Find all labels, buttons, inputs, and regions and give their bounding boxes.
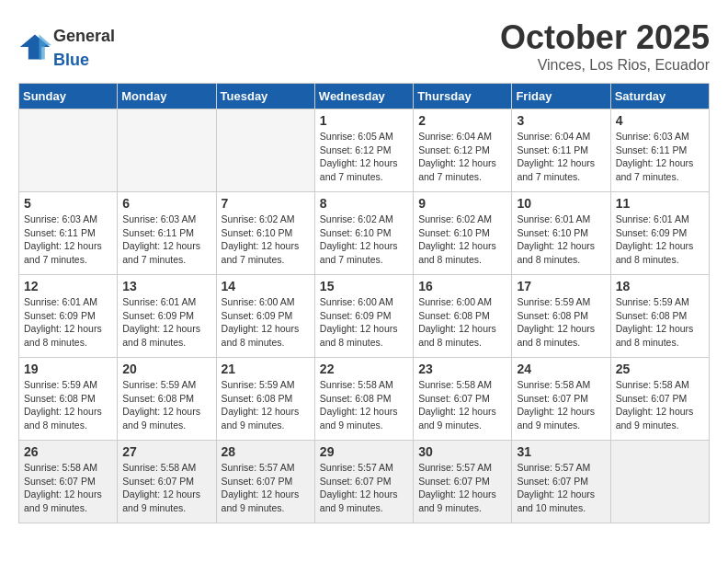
calendar-day: 16Sunrise: 6:00 AM Sunset: 6:08 PM Dayli…	[414, 275, 512, 358]
day-number: 6	[122, 196, 210, 211]
day-info: Sunrise: 5:58 AM Sunset: 6:07 PM Dayligh…	[517, 378, 605, 432]
calendar-day: 27Sunrise: 5:58 AM Sunset: 6:07 PM Dayli…	[118, 441, 216, 523]
logo-blue: Blue	[53, 51, 89, 69]
weekday-header: Friday	[512, 84, 610, 109]
weekday-header: Saturday	[610, 84, 709, 109]
calendar-day: 23Sunrise: 5:58 AM Sunset: 6:07 PM Dayli…	[414, 358, 512, 441]
day-number: 22	[320, 362, 408, 376]
calendar-day: 13Sunrise: 6:01 AM Sunset: 6:09 PM Dayli…	[118, 275, 216, 358]
day-number: 28	[222, 444, 310, 459]
calendar-day: 29Sunrise: 5:57 AM Sunset: 6:07 PM Dayli…	[314, 441, 413, 523]
day-number: 23	[418, 362, 506, 376]
day-info: Sunrise: 5:59 AM Sunset: 6:08 PM Dayligh…	[222, 378, 310, 432]
day-info: Sunrise: 5:57 AM Sunset: 6:07 PM Dayligh…	[222, 461, 310, 515]
day-info: Sunrise: 5:59 AM Sunset: 6:08 PM Dayligh…	[122, 378, 210, 432]
day-number: 24	[517, 362, 605, 376]
weekday-header: Tuesday	[216, 84, 314, 109]
day-info: Sunrise: 6:03 AM Sunset: 6:11 PM Dayligh…	[122, 213, 210, 267]
day-number: 10	[517, 196, 605, 211]
calendar-day: 15Sunrise: 6:00 AM Sunset: 6:09 PM Dayli…	[314, 275, 413, 358]
day-info: Sunrise: 6:01 AM Sunset: 6:10 PM Dayligh…	[517, 213, 605, 267]
day-number: 8	[320, 196, 408, 211]
day-info: Sunrise: 5:59 AM Sunset: 6:08 PM Dayligh…	[24, 378, 112, 432]
day-info: Sunrise: 5:58 AM Sunset: 6:07 PM Dayligh…	[418, 378, 506, 432]
day-info: Sunrise: 6:00 AM Sunset: 6:08 PM Dayligh…	[418, 295, 506, 350]
day-info: Sunrise: 5:57 AM Sunset: 6:07 PM Dayligh…	[418, 461, 506, 515]
day-number: 16	[418, 279, 506, 293]
calendar-day: 5Sunrise: 6:03 AM Sunset: 6:11 PM Daylig…	[19, 192, 118, 275]
day-number: 29	[320, 444, 408, 459]
location: Vinces, Los Rios, Ecuador	[500, 57, 710, 74]
calendar-day: 8Sunrise: 6:02 AM Sunset: 6:10 PM Daylig…	[314, 192, 413, 275]
calendar-day: 25Sunrise: 5:58 AM Sunset: 6:07 PM Dayli…	[610, 358, 709, 441]
page-header: General Blue October 2025 Vinces, Los Ri…	[18, 18, 710, 74]
calendar-day: 30Sunrise: 5:57 AM Sunset: 6:07 PM Dayli…	[414, 441, 512, 523]
day-info: Sunrise: 6:01 AM Sunset: 6:09 PM Dayligh…	[122, 295, 210, 350]
calendar-day: 3Sunrise: 6:04 AM Sunset: 6:11 PM Daylig…	[512, 109, 610, 192]
day-info: Sunrise: 6:03 AM Sunset: 6:11 PM Dayligh…	[24, 213, 112, 267]
day-number: 26	[24, 444, 112, 459]
calendar-day: 21Sunrise: 5:59 AM Sunset: 6:08 PM Dayli…	[216, 358, 314, 441]
day-number: 12	[24, 279, 112, 293]
calendar-day: 14Sunrise: 6:00 AM Sunset: 6:09 PM Dayli…	[216, 275, 314, 358]
calendar-day: 24Sunrise: 5:58 AM Sunset: 6:07 PM Dayli…	[512, 358, 610, 441]
calendar-day	[610, 441, 709, 523]
day-number: 20	[122, 362, 210, 376]
calendar-day	[19, 109, 118, 192]
day-number: 30	[418, 444, 506, 459]
weekday-header: Wednesday	[314, 84, 413, 109]
day-info: Sunrise: 6:00 AM Sunset: 6:09 PM Dayligh…	[222, 295, 310, 350]
calendar-day: 12Sunrise: 6:01 AM Sunset: 6:09 PM Dayli…	[19, 275, 118, 358]
calendar-day	[118, 109, 216, 192]
day-info: Sunrise: 6:00 AM Sunset: 6:09 PM Dayligh…	[320, 295, 408, 350]
day-info: Sunrise: 6:04 AM Sunset: 6:11 PM Dayligh…	[517, 130, 605, 184]
calendar-day: 17Sunrise: 5:59 AM Sunset: 6:08 PM Dayli…	[512, 275, 610, 358]
day-number: 17	[517, 279, 605, 293]
calendar-day: 18Sunrise: 5:59 AM Sunset: 6:08 PM Dayli…	[610, 275, 709, 358]
logo: General Blue	[18, 23, 115, 71]
day-number: 27	[122, 444, 210, 459]
week-row: 5Sunrise: 6:03 AM Sunset: 6:11 PM Daylig…	[19, 192, 710, 275]
calendar-day: 11Sunrise: 6:01 AM Sunset: 6:09 PM Dayli…	[610, 192, 709, 275]
day-number: 4	[616, 113, 704, 128]
day-info: Sunrise: 6:03 AM Sunset: 6:11 PM Dayligh…	[616, 130, 704, 184]
calendar-day: 20Sunrise: 5:59 AM Sunset: 6:08 PM Dayli…	[118, 358, 216, 441]
logo-icon	[18, 30, 51, 63]
day-info: Sunrise: 6:02 AM Sunset: 6:10 PM Dayligh…	[418, 213, 506, 267]
day-number: 15	[320, 279, 408, 293]
day-info: Sunrise: 6:04 AM Sunset: 6:12 PM Dayligh…	[418, 130, 506, 184]
day-info: Sunrise: 6:01 AM Sunset: 6:09 PM Dayligh…	[24, 295, 112, 350]
weekday-header: Monday	[118, 84, 216, 109]
calendar-day: 1Sunrise: 6:05 AM Sunset: 6:12 PM Daylig…	[314, 109, 413, 192]
calendar-day: 9Sunrise: 6:02 AM Sunset: 6:10 PM Daylig…	[414, 192, 512, 275]
day-number: 3	[517, 113, 605, 128]
day-info: Sunrise: 5:58 AM Sunset: 6:07 PM Dayligh…	[616, 378, 704, 432]
day-number: 9	[418, 196, 506, 211]
day-number: 21	[222, 362, 310, 376]
day-number: 25	[616, 362, 704, 376]
calendar-day: 10Sunrise: 6:01 AM Sunset: 6:10 PM Dayli…	[512, 192, 610, 275]
calendar-day: 4Sunrise: 6:03 AM Sunset: 6:11 PM Daylig…	[610, 109, 709, 192]
day-info: Sunrise: 5:58 AM Sunset: 6:07 PM Dayligh…	[122, 461, 210, 515]
day-info: Sunrise: 5:58 AM Sunset: 6:07 PM Dayligh…	[24, 461, 112, 515]
calendar-day	[216, 109, 314, 192]
day-number: 5	[24, 196, 112, 211]
week-row: 12Sunrise: 6:01 AM Sunset: 6:09 PM Dayli…	[19, 275, 710, 358]
month-title: October 2025	[500, 18, 710, 57]
calendar-day: 19Sunrise: 5:59 AM Sunset: 6:08 PM Dayli…	[19, 358, 118, 441]
day-number: 13	[122, 279, 210, 293]
title-area: October 2025 Vinces, Los Rios, Ecuador	[500, 18, 710, 74]
day-info: Sunrise: 6:02 AM Sunset: 6:10 PM Dayligh…	[320, 213, 408, 267]
weekday-header: Thursday	[414, 84, 512, 109]
day-info: Sunrise: 6:02 AM Sunset: 6:10 PM Dayligh…	[222, 213, 310, 267]
logo-general: General	[53, 27, 115, 45]
calendar-day: 28Sunrise: 5:57 AM Sunset: 6:07 PM Dayli…	[216, 441, 314, 523]
day-info: Sunrise: 5:59 AM Sunset: 6:08 PM Dayligh…	[517, 295, 605, 350]
day-number: 31	[517, 444, 605, 459]
day-info: Sunrise: 5:58 AM Sunset: 6:08 PM Dayligh…	[320, 378, 408, 432]
day-info: Sunrise: 6:05 AM Sunset: 6:12 PM Dayligh…	[320, 130, 408, 184]
week-row: 26Sunrise: 5:58 AM Sunset: 6:07 PM Dayli…	[19, 441, 710, 523]
day-info: Sunrise: 5:57 AM Sunset: 6:07 PM Dayligh…	[320, 461, 408, 515]
calendar-day: 31Sunrise: 5:57 AM Sunset: 6:07 PM Dayli…	[512, 441, 610, 523]
day-info: Sunrise: 5:57 AM Sunset: 6:07 PM Dayligh…	[517, 461, 605, 515]
